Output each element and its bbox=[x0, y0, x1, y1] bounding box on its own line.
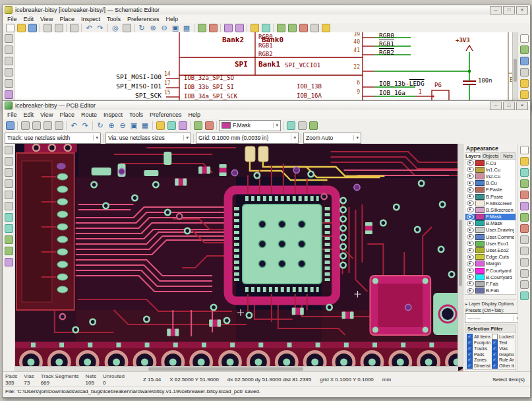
layer-color-swatch[interactable] bbox=[475, 268, 485, 274]
menu-edit[interactable]: Edit bbox=[20, 16, 38, 22]
add-zone-tool-button[interactable] bbox=[519, 212, 529, 222]
layer-row[interactable]: B.Fab bbox=[465, 288, 516, 294]
menu-preferences[interactable]: Preferences bbox=[146, 111, 185, 118]
filter-pads[interactable]: Pads bbox=[467, 352, 490, 357]
erc-button[interactable] bbox=[287, 23, 297, 33]
checkbox-icon[interactable] bbox=[492, 363, 498, 369]
layer-color-swatch[interactable] bbox=[475, 227, 485, 233]
footprint-editor-button[interactable] bbox=[155, 121, 165, 131]
visibility-eye-icon[interactable] bbox=[467, 200, 474, 206]
layer-row[interactable]: F.Fab bbox=[465, 280, 516, 287]
add-via-tool-button[interactable] bbox=[519, 201, 529, 211]
checkbox-icon[interactable] bbox=[492, 340, 498, 346]
visibility-eye-icon[interactable] bbox=[467, 281, 474, 286]
filter-vias[interactable]: Vias bbox=[492, 346, 514, 352]
draw-circle-tool-button[interactable] bbox=[519, 257, 529, 267]
footprint-viewer-button[interactable] bbox=[166, 121, 177, 131]
cursor-shape-button[interactable] bbox=[3, 78, 14, 88]
ratsnest-visibility-button[interactable] bbox=[3, 212, 14, 222]
dimension-tool-button[interactable] bbox=[519, 280, 529, 290]
net-inspector-button[interactable] bbox=[308, 121, 318, 131]
presets-dropdown[interactable]: -------- bbox=[465, 313, 517, 323]
checkbox-icon[interactable] bbox=[467, 334, 473, 340]
filter-zones[interactable]: Zones bbox=[467, 357, 490, 363]
visibility-eye-icon[interactable] bbox=[467, 234, 474, 239]
minimize-button[interactable] bbox=[490, 6, 502, 15]
visibility-eye-icon[interactable] bbox=[467, 221, 474, 226]
schematic-titlebar[interactable]: icebreaker-bitsy [icebreaker-bitsy/] — S… bbox=[3, 5, 530, 15]
filter-all-items[interactable]: All items bbox=[467, 334, 490, 340]
checkbox-icon[interactable] bbox=[492, 357, 498, 363]
annotate-button[interactable] bbox=[276, 23, 286, 33]
layer-color-swatch[interactable] bbox=[475, 167, 485, 173]
pcb-hscrollbar[interactable] bbox=[15, 366, 458, 371]
polar-coordinates-button[interactable] bbox=[3, 156, 14, 166]
menu-place[interactable]: Place bbox=[56, 16, 78, 22]
layer-color-swatch[interactable] bbox=[475, 241, 485, 247]
zoom-fit-button[interactable] bbox=[129, 121, 139, 131]
minimize-button[interactable] bbox=[490, 102, 502, 110]
visibility-eye-icon[interactable] bbox=[467, 194, 474, 199]
layer-row[interactable]: In1.Cu bbox=[465, 166, 516, 173]
visibility-eye-icon[interactable] bbox=[467, 268, 474, 273]
menu-inspect[interactable]: Inspect bbox=[78, 16, 103, 22]
zoom-selection-button[interactable] bbox=[140, 121, 150, 131]
layer-color-swatch[interactable] bbox=[475, 247, 485, 253]
menu-place[interactable]: Place bbox=[56, 111, 78, 118]
grid-visibility-button[interactable] bbox=[3, 34, 14, 44]
leave-sheet-button[interactable] bbox=[208, 23, 218, 33]
layer-color-swatch[interactable] bbox=[475, 207, 485, 213]
find-replace-button[interactable] bbox=[121, 23, 132, 33]
visibility-eye-icon[interactable] bbox=[467, 214, 474, 220]
menu-edit[interactable]: Edit bbox=[20, 111, 38, 118]
menu-view[interactable]: View bbox=[37, 111, 56, 118]
schematic-canvas[interactable]: Bank2 Bank0 SPI Bank1 SPI_VCCIO1 22 SPI_… bbox=[15, 32, 517, 109]
layer-row[interactable]: B.Paste bbox=[465, 193, 516, 200]
curved-ratsnest-button[interactable] bbox=[3, 224, 14, 233]
edit-symbol-fields-button[interactable] bbox=[309, 23, 320, 33]
layer-row[interactable]: B.Mask bbox=[465, 220, 516, 227]
close-button[interactable] bbox=[516, 6, 528, 15]
units-inch-button[interactable] bbox=[3, 45, 14, 55]
select-tool-button[interactable] bbox=[519, 145, 529, 155]
zone-fill-mode-button[interactable] bbox=[3, 235, 14, 245]
net-label-tool-button[interactable] bbox=[519, 78, 529, 88]
layer-row[interactable]: F.Cu bbox=[465, 160, 516, 166]
sheet-settings-button[interactable] bbox=[42, 23, 53, 33]
layer-color-swatch[interactable] bbox=[475, 220, 485, 226]
menu-file[interactable]: File bbox=[4, 16, 20, 22]
zoom-out-button[interactable] bbox=[159, 23, 169, 33]
zoom-in-button[interactable] bbox=[106, 121, 117, 131]
visibility-eye-icon[interactable] bbox=[467, 228, 474, 233]
layer-color-swatch[interactable] bbox=[475, 234, 485, 240]
draw-line-tool-button[interactable] bbox=[519, 235, 529, 245]
bus-tool-button[interactable] bbox=[519, 56, 529, 66]
measure-tool-button[interactable] bbox=[519, 291, 529, 301]
grid-dropdown[interactable]: Grid: 0.1000 mm (0.0039 in) bbox=[196, 133, 299, 144]
checkbox-icon[interactable] bbox=[492, 346, 498, 352]
menu-file[interactable]: File bbox=[4, 111, 20, 118]
select-tool-button[interactable] bbox=[519, 34, 529, 44]
highlight-net-button[interactable] bbox=[285, 121, 296, 131]
visibility-eye-icon[interactable] bbox=[467, 255, 474, 260]
menu-tools[interactable]: Tools bbox=[126, 111, 146, 118]
layer-row[interactable]: User.Comments bbox=[465, 233, 516, 240]
schematic-vscrollbar[interactable] bbox=[512, 32, 517, 109]
hierarchy-navigator-button[interactable] bbox=[196, 23, 207, 33]
visibility-eye-icon[interactable] bbox=[467, 173, 474, 179]
visibility-eye-icon[interactable] bbox=[467, 248, 474, 253]
add-text-tool-button[interactable] bbox=[519, 268, 529, 278]
show-ratsnest-button[interactable] bbox=[297, 121, 307, 131]
menu-inspect[interactable]: Inspect bbox=[100, 111, 126, 118]
checkbox-icon[interactable] bbox=[492, 334, 498, 340]
checkbox-icon[interactable] bbox=[467, 346, 473, 352]
tab-nets[interactable]: Nets bbox=[500, 152, 516, 159]
menu-view[interactable]: View bbox=[37, 16, 56, 22]
layer-color-swatch[interactable] bbox=[475, 194, 485, 200]
plot-button[interactable] bbox=[53, 121, 64, 131]
layer-row-selected[interactable]: F.Mask bbox=[465, 214, 516, 220]
layer-row[interactable]: Margin bbox=[465, 261, 516, 267]
menu-help[interactable]: Help bbox=[185, 111, 204, 118]
visibility-eye-icon[interactable] bbox=[467, 167, 474, 172]
cursor-shape-button[interactable] bbox=[3, 201, 14, 211]
